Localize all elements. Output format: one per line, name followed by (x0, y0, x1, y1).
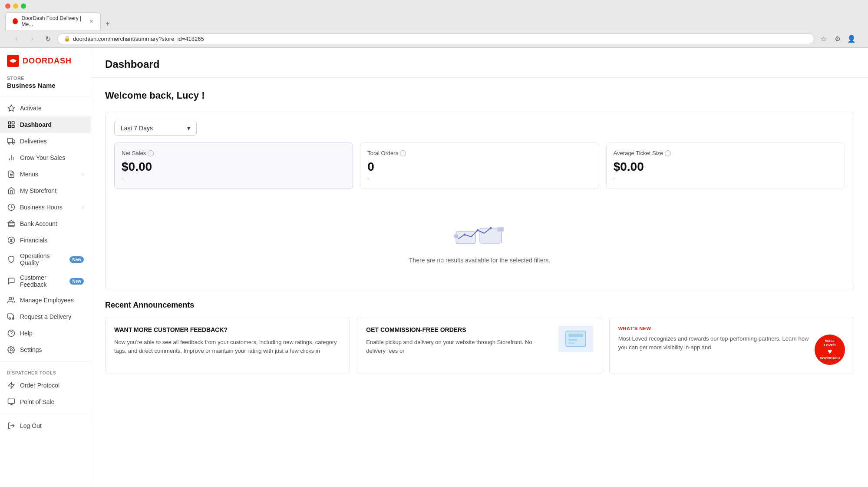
svg-point-9 (13, 142, 14, 144)
sidebar-item-point-of-sale-label: Point of Sale (20, 398, 84, 405)
svg-marker-1 (8, 105, 15, 111)
sidebar-item-point-of-sale[interactable]: Point of Sale (0, 394, 91, 410)
reload-button[interactable]: ↻ (42, 33, 54, 45)
sidebar-item-storefront[interactable]: My Storefront (0, 182, 91, 199)
settings-icon (7, 345, 16, 354)
total-orders-info-icon[interactable]: i (400, 150, 406, 156)
traffic-light-green[interactable] (21, 3, 26, 9)
announcements-grid: WANT MORE CUSTOMER FEEDBACK? Now you're … (105, 317, 854, 374)
svg-point-22 (9, 318, 11, 319)
sidebar-item-bank-account-label: Bank Account (20, 220, 84, 227)
sidebar-item-deliveries[interactable]: Deliveries (0, 133, 91, 149)
announcement-card-most-loved-inner: Most Loved recognizes and rewards our to… (618, 335, 845, 365)
menu-icon (7, 170, 16, 179)
announcement-card-most-loved-header: WHAT'S NEW (618, 326, 845, 331)
heart-icon: ♥ (828, 347, 832, 356)
svg-point-26 (10, 349, 13, 351)
app-container: DOORDASH STORE Business Name Activate Da… (0, 48, 868, 487)
sidebar-item-deliveries-label: Deliveries (20, 138, 84, 145)
address-bar[interactable]: 🔒 doordash.com/merchant/summary?store_id… (57, 33, 814, 44)
sidebar-item-financials-label: Financials (20, 237, 84, 244)
sidebar-item-help[interactable]: Help (0, 325, 91, 341)
net-sales-info-icon[interactable]: i (148, 150, 154, 156)
sidebar-item-settings-label: Settings (20, 346, 84, 353)
sidebar-item-business-hours-label: Business Hours (20, 204, 78, 211)
main-content: Dashboard Welcome back, Lucy ! Last 7 Da… (91, 48, 868, 487)
protocol-icon (7, 381, 16, 390)
sidebar: DOORDASH STORE Business Name Activate Da… (0, 48, 91, 487)
announcements-section: Recent Announcements WANT MORE CUSTOMER … (105, 301, 854, 374)
operations-quality-badge: New (69, 256, 84, 263)
sidebar-item-menus[interactable]: Menus › (0, 166, 91, 182)
sidebar-item-order-protocol[interactable]: Order Protocol (0, 377, 91, 394)
time-period-label: Last 7 Days (121, 125, 153, 132)
truck-icon (7, 137, 16, 146)
sidebar-item-operations-quality[interactable]: Operations Quality New (0, 248, 91, 270)
page-header: Dashboard (91, 48, 868, 78)
sidebar-item-bank-account[interactable]: Bank Account (0, 215, 91, 232)
browser-chrome: DoorDash Food Delivery | Me... ✕ + ‹ › ↻… (0, 0, 868, 48)
announcement-card-storefront-image (558, 326, 593, 352)
dollar-icon (7, 236, 16, 245)
sidebar-item-request-delivery[interactable]: Request a Delivery (0, 308, 91, 325)
sidebar-divider-dispatcher (0, 361, 91, 362)
traffic-light-yellow[interactable] (13, 3, 18, 9)
most-loved-badge-text: MOSTLOVED (824, 339, 836, 347)
extensions-button[interactable]: ⚙ (832, 33, 844, 45)
bookmark-button[interactable]: ☆ (818, 33, 830, 45)
sidebar-item-financials[interactable]: Financials (0, 232, 91, 248)
time-period-dropdown[interactable]: Last 7 Days ▾ (114, 121, 197, 136)
total-orders-title: Total Orders i (367, 150, 591, 156)
announcement-card-most-loved-text: Most Loved recognizes and rewards our to… (618, 335, 809, 351)
sidebar-item-request-delivery-label: Request a Delivery (20, 313, 84, 320)
svg-point-8 (8, 142, 10, 144)
new-tab-button[interactable]: + (102, 18, 114, 30)
avg-ticket-info-icon[interactable]: i (665, 150, 671, 156)
announcement-card-storefront: GET COMMISSION-FREE ORDERS Enable pickup… (357, 317, 602, 374)
star-icon (7, 104, 16, 113)
sidebar-item-logout[interactable]: Log Out (0, 417, 91, 434)
sidebar-item-operations-quality-label: Operations Quality (20, 252, 65, 266)
traffic-light-red[interactable] (5, 3, 10, 9)
back-button[interactable]: ‹ (10, 33, 23, 45)
sidebar-item-logout-label: Log Out (20, 422, 84, 429)
sidebar-item-dashboard-label: Dashboard (20, 121, 84, 128)
help-icon (7, 329, 16, 338)
sidebar-item-settings[interactable]: Settings (0, 341, 91, 358)
profile-button[interactable]: 👤 (845, 33, 858, 45)
forward-button[interactable]: › (26, 33, 38, 45)
sidebar-item-activate[interactable]: Activate (0, 100, 91, 116)
browser-tab-active[interactable]: DoorDash Food Delivery | Me... ✕ (5, 12, 101, 30)
people-icon (7, 296, 16, 305)
sidebar-item-dashboard[interactable]: Dashboard (0, 116, 91, 133)
clock-icon (7, 203, 16, 212)
shield-icon (7, 255, 16, 264)
sidebar-item-grow-sales[interactable]: Grow Your Sales (0, 149, 91, 166)
storefront-image-placeholder (558, 326, 593, 352)
browser-actions: ☆ ⚙ 👤 (818, 33, 858, 45)
svg-rect-16 (8, 223, 14, 226)
menus-arrow-icon: › (82, 171, 84, 177)
stats-cards: Net Sales i $0.00 - Total Orders i 0 (114, 142, 845, 189)
sidebar-item-business-hours[interactable]: Business Hours › (0, 199, 91, 215)
svg-rect-32 (456, 232, 475, 244)
total-orders-card: Total Orders i 0 - (360, 142, 599, 189)
sidebar-item-manage-employees[interactable]: Manage Employees (0, 292, 91, 308)
announcement-card-storefront-text: Enable pickup and delivery on your websi… (366, 338, 553, 355)
avg-ticket-value: $0.00 (614, 160, 838, 174)
bank-icon (7, 219, 16, 228)
announcement-card-most-loved: WHAT'S NEW Most Loved recognizes and rew… (609, 317, 854, 374)
browser-addressbar: ‹ › ↻ 🔒 doordash.com/merchant/summary?st… (5, 30, 863, 47)
net-sales-value: $0.00 (122, 160, 346, 174)
avg-ticket-card: Average Ticket Size i $0.00 - (606, 142, 845, 189)
lock-icon: 🔒 (64, 36, 70, 42)
empty-state: There are no results available for the s… (114, 198, 845, 281)
sidebar-divider-logout (0, 414, 91, 414)
chevron-down-icon: ▾ (187, 125, 190, 132)
tab-close-button[interactable]: ✕ (89, 19, 93, 24)
svg-rect-4 (8, 126, 10, 128)
net-sales-card: Net Sales i $0.00 - (114, 142, 353, 189)
sidebar-item-customer-feedback[interactable]: Customer Feedback New (0, 270, 91, 292)
net-sales-sub: - (122, 176, 346, 182)
avg-ticket-title: Average Ticket Size i (614, 150, 838, 156)
